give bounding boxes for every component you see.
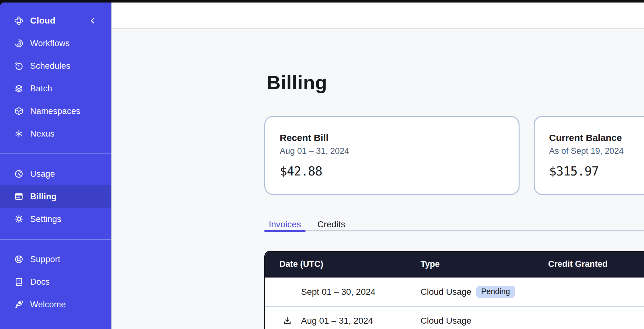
invoice-type-label: Cloud Usage — [421, 316, 471, 326]
invoices-table: Date (UTC) Type Credit Granted Sept 01 –… — [264, 251, 644, 329]
billing-summary-cards: Recent Bill Aug 01 – 31, 2024 $42.88 Cur… — [264, 116, 644, 195]
sidebar-item-docs[interactable]: Docs — [0, 271, 111, 293]
billing-icon — [14, 191, 24, 202]
sidebar-item-schedules[interactable]: Schedules — [0, 55, 111, 77]
schedules-icon — [14, 61, 24, 71]
settings-icon — [14, 214, 24, 224]
column-header-credit-granted: Credit Granted — [548, 259, 644, 269]
column-header-type: Type — [421, 259, 548, 269]
sidebar: Cloud Workflows — [0, 3, 112, 329]
usage-icon — [14, 169, 24, 179]
sidebar-item-welcome[interactable]: Welcome — [0, 293, 111, 316]
nexus-icon — [14, 129, 24, 139]
current-balance-card: Current Balance As of Sept 19, 2024 $315… — [534, 116, 644, 195]
sidebar-item-label: Settings — [30, 214, 61, 224]
main-content: Billing Recent Bill Aug 01 – 31, 2024 $4… — [112, 29, 644, 329]
top-bar — [112, 3, 644, 29]
sidebar-header-label: Cloud — [30, 16, 55, 26]
batch-icon — [14, 84, 24, 94]
temporal-logo-icon — [14, 16, 24, 26]
invoice-type-label: Cloud Usage — [421, 287, 471, 297]
support-icon — [14, 254, 24, 264]
billing-tabs: Invoices Credits — [264, 219, 644, 231]
invoice-date-cell: Sept 01 – 30, 2024 — [265, 287, 421, 297]
table-header-row: Date (UTC) Type Credit Granted — [265, 252, 644, 278]
sidebar-item-label: Support — [30, 255, 60, 264]
card-title: Current Balance — [549, 132, 644, 143]
sidebar-item-label: Workflows — [30, 39, 70, 48]
invoice-type-cell: Cloud Usage — [421, 316, 471, 326]
sidebar-item-label: Usage — [30, 169, 55, 179]
sidebar-item-label: Batch — [30, 84, 52, 94]
table-row: Aug 01 – 31, 2024 Cloud Usage — [265, 306, 644, 329]
card-as-of-date: As of Sept 19, 2024 — [549, 146, 644, 156]
docs-icon — [14, 277, 24, 287]
card-amount: $42.88 — [280, 164, 504, 178]
invoice-date-cell: Aug 01 – 31, 2024 — [265, 316, 421, 326]
sidebar-item-workflows[interactable]: Workflows — [0, 32, 111, 55]
sidebar-item-settings[interactable]: Settings — [0, 208, 111, 230]
invoice-date-label: Aug 01 – 31, 2024 — [301, 316, 373, 326]
sidebar-item-usage[interactable]: Usage — [0, 163, 111, 185]
page-title: Billing — [267, 72, 327, 93]
sidebar-collapse-button[interactable] — [87, 15, 98, 26]
sidebar-divider — [0, 239, 111, 240]
recent-bill-card: Recent Bill Aug 01 – 31, 2024 $42.88 — [264, 116, 520, 195]
table-row: Sept 01 – 30, 2024 Cloud Usage Pending — [265, 278, 644, 306]
sidebar-divider — [0, 154, 111, 154]
card-period: Aug 01 – 31, 2024 — [280, 146, 504, 156]
download-icon — [282, 316, 292, 326]
tab-credits[interactable]: Credits — [313, 219, 350, 230]
download-invoice-button[interactable] — [282, 316, 293, 326]
status-badge: Pending — [476, 286, 515, 298]
sidebar-item-label: Nexus — [30, 129, 55, 139]
sidebar-header-cloud[interactable]: Cloud — [0, 9, 111, 32]
sidebar-item-namespaces[interactable]: Namespaces — [0, 100, 111, 122]
sidebar-item-nexus[interactable]: Nexus — [0, 122, 111, 145]
app-window: Cloud Workflows — [0, 3, 644, 329]
card-title: Recent Bill — [280, 132, 504, 143]
welcome-rocket-icon — [14, 299, 24, 310]
sidebar-item-label: Schedules — [30, 61, 70, 71]
sidebar-item-batch[interactable]: Batch — [0, 77, 111, 100]
sidebar-item-billing[interactable]: Billing — [0, 185, 111, 208]
sidebar-item-label: Billing — [30, 192, 57, 202]
invoice-type-cell: Cloud Usage Pending — [421, 286, 515, 298]
sidebar-item-label: Namespaces — [30, 106, 80, 116]
sidebar-item-support[interactable]: Support — [0, 248, 111, 271]
tab-invoices[interactable]: Invoices — [264, 219, 305, 230]
namespaces-icon — [14, 106, 24, 116]
sidebar-item-label: Docs — [30, 277, 50, 287]
chevron-left-icon — [89, 17, 97, 25]
workflows-icon — [14, 38, 24, 48]
column-header-date: Date (UTC) — [265, 259, 421, 269]
sidebar-item-label: Welcome — [30, 300, 66, 310]
card-amount: $315.97 — [549, 164, 644, 178]
